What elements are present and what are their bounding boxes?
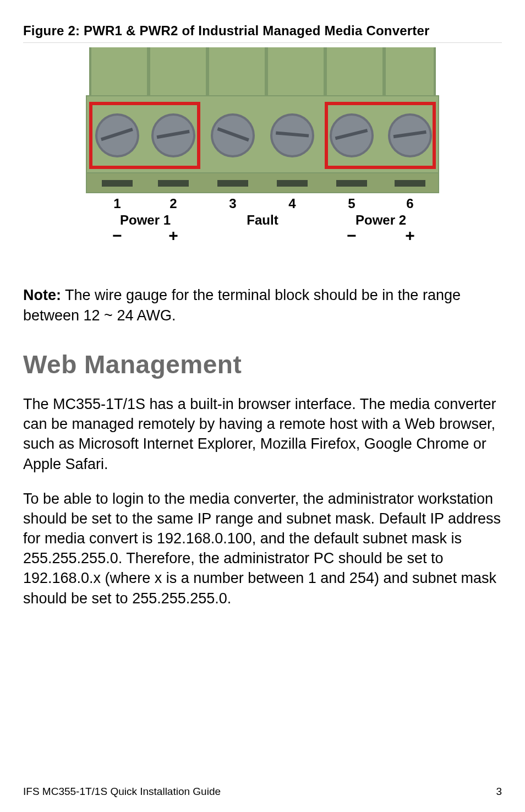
pin-5-label: 5 — [348, 196, 355, 211]
pin-6-label: 6 — [406, 196, 413, 211]
svg-rect-7 — [434, 47, 436, 97]
note-paragraph: Note: The wire gauge for the terminal bl… — [23, 285, 502, 325]
section-paragraph-1: The MC355-1T/1S has a built-in browser i… — [23, 394, 502, 474]
page-footer: IFS MC355-1T/1S Quick Installation Guide… — [23, 786, 502, 798]
svg-rect-2 — [147, 47, 150, 97]
footer-page-number: 3 — [496, 786, 502, 798]
power2-neg: − — [347, 226, 357, 244]
power1-pos: + — [168, 226, 178, 244]
section-heading: Web Management — [23, 350, 502, 379]
note-label: Note: — [23, 287, 61, 303]
note-text: The wire gauge for the terminal block sh… — [23, 287, 461, 323]
pin-1-label: 1 — [113, 196, 121, 211]
svg-rect-31 — [158, 180, 189, 187]
svg-rect-35 — [395, 180, 425, 187]
svg-rect-34 — [336, 180, 367, 187]
svg-rect-33 — [277, 180, 308, 187]
svg-rect-8 — [86, 96, 439, 173]
figure-2-image: 1 2 3 4 5 6 Power 1 Fault Power 2 − + − … — [23, 42, 502, 252]
svg-rect-4 — [265, 47, 268, 97]
section-paragraph-2: To be able to login to the media convert… — [23, 489, 502, 608]
fault-label: Fault — [247, 212, 278, 227]
svg-rect-6 — [382, 47, 386, 97]
svg-rect-3 — [206, 47, 209, 97]
svg-rect-30 — [102, 180, 133, 187]
pin-4-label: 4 — [288, 196, 296, 211]
figure-caption: Figure 2: PWR1 & PWR2 of Industrial Mana… — [23, 22, 502, 39]
svg-rect-32 — [217, 180, 248, 187]
power2-label: Power 2 — [356, 212, 406, 227]
power1-neg: − — [112, 226, 122, 244]
power1-label: Power 1 — [120, 212, 171, 227]
svg-rect-1 — [89, 47, 91, 97]
footer-left: IFS MC355-1T/1S Quick Installation Guide — [23, 786, 221, 798]
power2-pos: + — [405, 226, 415, 244]
pin-2-label: 2 — [169, 196, 177, 211]
pin-3-label: 3 — [229, 196, 236, 211]
svg-rect-29 — [86, 173, 439, 193]
svg-rect-5 — [324, 47, 327, 97]
